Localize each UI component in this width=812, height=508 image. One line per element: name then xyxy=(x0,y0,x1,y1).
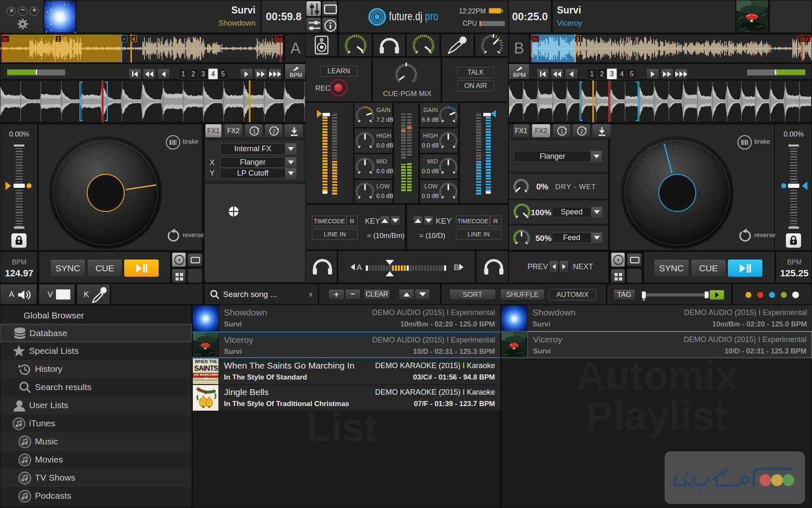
svg-text:2: 2 xyxy=(272,128,275,134)
svg-text:2: 2 xyxy=(580,128,583,134)
svg-text:1: 1 xyxy=(560,128,563,134)
svg-text:1: 1 xyxy=(253,128,256,134)
